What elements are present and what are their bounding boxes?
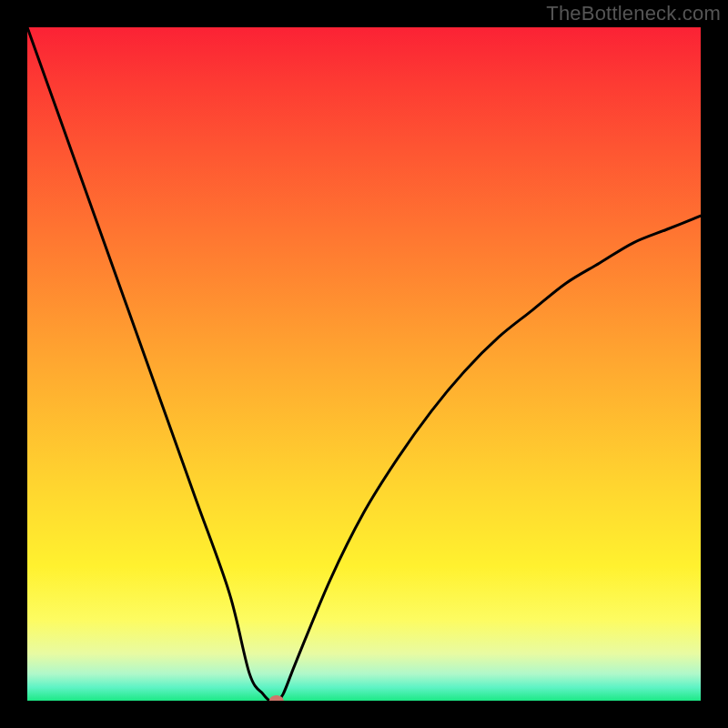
chart-plot-area	[27, 27, 701, 701]
watermark-text: TheBottleneck.com	[546, 2, 721, 25]
chart-background-gradient	[27, 27, 701, 701]
